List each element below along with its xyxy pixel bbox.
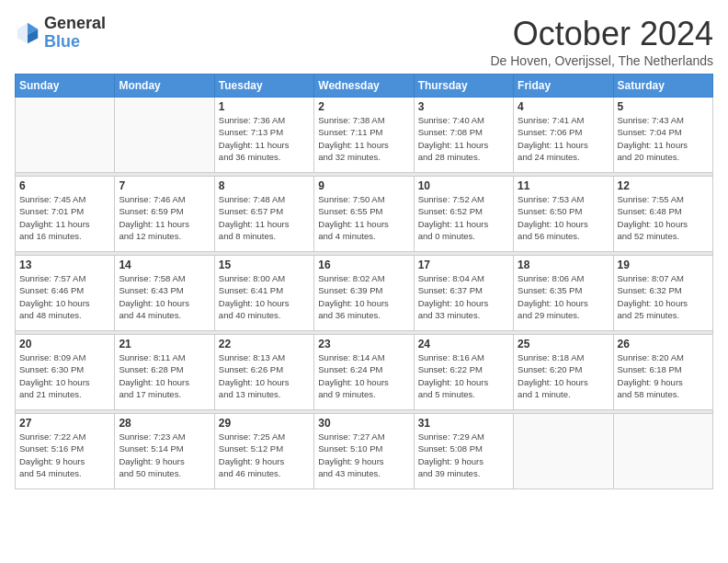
day-number: 16 [318, 259, 409, 271]
day-info: Sunrise: 8:18 AM Sunset: 6:20 PM Dayligh… [518, 351, 609, 400]
col-thursday: Thursday [414, 75, 513, 98]
col-wednesday: Wednesday [314, 75, 414, 98]
logo: General Blue [15, 15, 106, 52]
day-cell-2-2: 15Sunrise: 8:00 AM Sunset: 6:41 PM Dayli… [214, 256, 313, 331]
day-cell-0-1 [115, 98, 214, 173]
page: General Blue October 2024 De Hoven, Over… [0, 0, 728, 499]
day-info: Sunrise: 7:57 AM Sunset: 6:46 PM Dayligh… [19, 272, 110, 321]
day-info: Sunrise: 7:50 AM Sunset: 6:55 PM Dayligh… [318, 193, 409, 242]
day-number: 18 [518, 259, 609, 271]
day-info: Sunrise: 8:20 AM Sunset: 6:18 PM Dayligh… [618, 351, 709, 400]
day-number: 25 [518, 338, 609, 350]
day-number: 28 [119, 417, 210, 430]
day-cell-2-3: 16Sunrise: 8:02 AM Sunset: 6:39 PM Dayli… [314, 256, 414, 331]
day-number: 9 [318, 179, 409, 192]
day-cell-1-3: 9Sunrise: 7:50 AM Sunset: 6:55 PM Daylig… [314, 177, 414, 252]
day-cell-1-6: 12Sunrise: 7:55 AM Sunset: 6:48 PM Dayli… [613, 177, 712, 252]
day-info: Sunrise: 7:53 AM Sunset: 6:50 PM Dayligh… [518, 193, 609, 242]
day-cell-3-1: 21Sunrise: 8:11 AM Sunset: 6:28 PM Dayli… [115, 335, 214, 410]
logo-icon [15, 20, 40, 46]
day-cell-4-0: 27Sunrise: 7:22 AM Sunset: 5:16 PM Dayli… [16, 414, 115, 489]
day-info: Sunrise: 7:55 AM Sunset: 6:48 PM Dayligh… [618, 193, 709, 242]
day-info: Sunrise: 7:46 AM Sunset: 6:59 PM Dayligh… [119, 193, 210, 242]
week-row-4: 20Sunrise: 8:09 AM Sunset: 6:30 PM Dayli… [16, 335, 713, 410]
month-title: October 2024 [490, 15, 713, 53]
day-info: Sunrise: 8:13 AM Sunset: 6:26 PM Dayligh… [219, 351, 310, 400]
day-cell-3-0: 20Sunrise: 8:09 AM Sunset: 6:30 PM Dayli… [16, 335, 115, 410]
day-info: Sunrise: 7:52 AM Sunset: 6:52 PM Dayligh… [418, 193, 509, 242]
day-cell-3-3: 23Sunrise: 8:14 AM Sunset: 6:24 PM Dayli… [314, 335, 414, 410]
day-info: Sunrise: 8:00 AM Sunset: 6:41 PM Dayligh… [219, 272, 310, 321]
day-cell-0-4: 3Sunrise: 7:40 AM Sunset: 7:08 PM Daylig… [414, 98, 513, 173]
day-number: 2 [318, 100, 409, 113]
day-info: Sunrise: 7:40 AM Sunset: 7:08 PM Dayligh… [418, 114, 509, 163]
day-info: Sunrise: 8:14 AM Sunset: 6:24 PM Dayligh… [318, 351, 409, 400]
day-number: 19 [618, 259, 709, 271]
day-info: Sunrise: 7:29 AM Sunset: 5:08 PM Dayligh… [418, 431, 509, 479]
day-info: Sunrise: 7:41 AM Sunset: 7:06 PM Dayligh… [518, 114, 609, 163]
day-cell-3-4: 24Sunrise: 8:16 AM Sunset: 6:22 PM Dayli… [414, 335, 513, 410]
day-info: Sunrise: 8:16 AM Sunset: 6:22 PM Dayligh… [418, 351, 509, 400]
day-number: 23 [318, 338, 409, 350]
day-cell-4-1: 28Sunrise: 7:23 AM Sunset: 5:14 PM Dayli… [115, 414, 214, 489]
col-friday: Friday [514, 75, 613, 98]
day-cell-1-2: 8Sunrise: 7:48 AM Sunset: 6:57 PM Daylig… [214, 177, 313, 252]
day-cell-0-3: 2Sunrise: 7:38 AM Sunset: 7:11 PM Daylig… [314, 98, 414, 173]
day-number: 10 [418, 179, 509, 192]
day-number: 26 [618, 338, 709, 350]
day-number: 30 [318, 417, 409, 430]
day-info: Sunrise: 8:02 AM Sunset: 6:39 PM Dayligh… [318, 272, 409, 321]
day-number: 13 [19, 259, 110, 271]
day-number: 24 [418, 338, 509, 350]
day-info: Sunrise: 7:22 AM Sunset: 5:16 PM Dayligh… [19, 431, 110, 479]
day-info: Sunrise: 7:38 AM Sunset: 7:11 PM Dayligh… [318, 114, 409, 163]
day-number: 7 [119, 179, 210, 192]
calendar-table: Sunday Monday Tuesday Wednesday Thursday… [15, 74, 713, 489]
day-number: 21 [119, 338, 210, 350]
day-number: 1 [219, 100, 310, 113]
day-info: Sunrise: 7:27 AM Sunset: 5:10 PM Dayligh… [318, 431, 409, 479]
day-info: Sunrise: 8:06 AM Sunset: 6:35 PM Dayligh… [518, 272, 609, 321]
day-cell-0-0 [16, 98, 115, 173]
day-cell-4-6 [613, 414, 712, 489]
week-row-3: 13Sunrise: 7:57 AM Sunset: 6:46 PM Dayli… [16, 256, 713, 331]
day-cell-2-0: 13Sunrise: 7:57 AM Sunset: 6:46 PM Dayli… [16, 256, 115, 331]
day-info: Sunrise: 8:04 AM Sunset: 6:37 PM Dayligh… [418, 272, 509, 321]
day-cell-4-3: 30Sunrise: 7:27 AM Sunset: 5:10 PM Dayli… [314, 414, 414, 489]
title-area: October 2024 De Hoven, Overijssel, The N… [490, 15, 713, 68]
day-number: 15 [219, 259, 310, 271]
day-number: 12 [618, 179, 709, 192]
day-cell-4-4: 31Sunrise: 7:29 AM Sunset: 5:08 PM Dayli… [414, 414, 513, 489]
day-info: Sunrise: 7:23 AM Sunset: 5:14 PM Dayligh… [119, 431, 210, 479]
day-cell-3-5: 25Sunrise: 8:18 AM Sunset: 6:20 PM Dayli… [514, 335, 613, 410]
logo-general-text: General [44, 15, 106, 33]
week-row-2: 6Sunrise: 7:45 AM Sunset: 7:01 PM Daylig… [16, 177, 713, 252]
day-number: 31 [418, 417, 509, 430]
day-info: Sunrise: 7:36 AM Sunset: 7:13 PM Dayligh… [219, 114, 310, 163]
day-cell-1-0: 6Sunrise: 7:45 AM Sunset: 7:01 PM Daylig… [16, 177, 115, 252]
day-number: 11 [518, 179, 609, 192]
day-number: 4 [518, 100, 609, 113]
logo-text: General Blue [44, 15, 106, 52]
day-cell-1-1: 7Sunrise: 7:46 AM Sunset: 6:59 PM Daylig… [115, 177, 214, 252]
week-row-1: 1Sunrise: 7:36 AM Sunset: 7:13 PM Daylig… [16, 98, 713, 173]
col-saturday: Saturday [613, 75, 712, 98]
col-monday: Monday [115, 75, 214, 98]
day-info: Sunrise: 7:48 AM Sunset: 6:57 PM Dayligh… [219, 193, 310, 242]
day-cell-2-6: 19Sunrise: 8:07 AM Sunset: 6:32 PM Dayli… [613, 256, 712, 331]
day-cell-3-6: 26Sunrise: 8:20 AM Sunset: 6:18 PM Dayli… [613, 335, 712, 410]
week-row-5: 27Sunrise: 7:22 AM Sunset: 5:16 PM Dayli… [16, 414, 713, 489]
day-cell-2-1: 14Sunrise: 7:58 AM Sunset: 6:43 PM Dayli… [115, 256, 214, 331]
logo-blue-text: Blue [44, 33, 106, 52]
day-info: Sunrise: 7:45 AM Sunset: 7:01 PM Dayligh… [19, 193, 110, 242]
day-cell-2-5: 18Sunrise: 8:06 AM Sunset: 6:35 PM Dayli… [514, 256, 613, 331]
day-info: Sunrise: 8:11 AM Sunset: 6:28 PM Dayligh… [119, 351, 210, 400]
day-cell-1-4: 10Sunrise: 7:52 AM Sunset: 6:52 PM Dayli… [414, 177, 513, 252]
day-cell-0-5: 4Sunrise: 7:41 AM Sunset: 7:06 PM Daylig… [514, 98, 613, 173]
day-cell-4-2: 29Sunrise: 7:25 AM Sunset: 5:12 PM Dayli… [214, 414, 313, 489]
day-info: Sunrise: 7:43 AM Sunset: 7:04 PM Dayligh… [618, 114, 709, 163]
day-info: Sunrise: 7:58 AM Sunset: 6:43 PM Dayligh… [119, 272, 210, 321]
day-cell-2-4: 17Sunrise: 8:04 AM Sunset: 6:37 PM Dayli… [414, 256, 513, 331]
day-cell-3-2: 22Sunrise: 8:13 AM Sunset: 6:26 PM Dayli… [214, 335, 313, 410]
day-number: 17 [418, 259, 509, 271]
